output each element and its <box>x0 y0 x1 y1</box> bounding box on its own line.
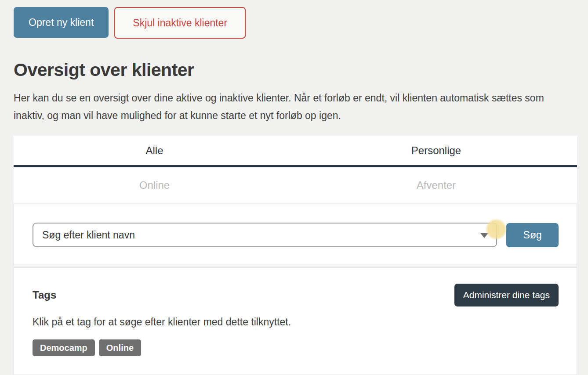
tag-chip-list: Democamp Online <box>33 339 559 356</box>
tab-personlige[interactable]: Personlige <box>295 136 577 165</box>
top-action-bar: Opret ny klient Skjul inaktive klienter <box>14 7 577 39</box>
tab-alle[interactable]: Alle <box>14 136 295 165</box>
tab-online-label: Online <box>139 179 170 191</box>
chevron-down-icon[interactable] <box>480 233 488 238</box>
page-description: Her kan du se en oversigt over dine akti… <box>14 89 577 124</box>
create-client-button[interactable]: Opret ny klient <box>14 7 109 38</box>
tag-chip-online[interactable]: Online <box>99 339 141 356</box>
search-panel: Søg <box>14 204 577 266</box>
tags-panel: Tags Administrer dine tags Klik på et ta… <box>14 267 577 375</box>
tag-chip-democamp[interactable]: Democamp <box>33 339 95 356</box>
tags-header: Tags Administrer dine tags <box>33 284 559 306</box>
tags-title: Tags <box>33 289 56 301</box>
client-search-combobox[interactable] <box>33 223 497 247</box>
tab-personlige-label: Personlige <box>411 144 461 157</box>
tab-row-primary: Alle Personlige <box>14 136 577 167</box>
tab-afventer[interactable]: Afventer <box>295 167 577 203</box>
page-title: Oversigt over klienter <box>14 60 577 80</box>
tab-row-secondary: Online Afventer <box>14 167 577 203</box>
tags-hint: Klik på et tag for at søge efter kliente… <box>33 316 559 328</box>
tab-alle-label: Alle <box>145 144 163 157</box>
hide-inactive-clients-button[interactable]: Skjul inaktive klienter <box>114 7 246 39</box>
tabs-panel: Alle Personlige Online Afventer <box>14 136 577 203</box>
client-search-input[interactable] <box>33 223 497 247</box>
manage-tags-button[interactable]: Administrer dine tags <box>454 284 559 306</box>
tab-online[interactable]: Online <box>14 167 295 203</box>
search-button[interactable]: Søg <box>506 223 559 247</box>
page: Opret ny klient Skjul inaktive klienter … <box>0 0 588 375</box>
tab-afventer-label: Afventer <box>417 179 456 191</box>
